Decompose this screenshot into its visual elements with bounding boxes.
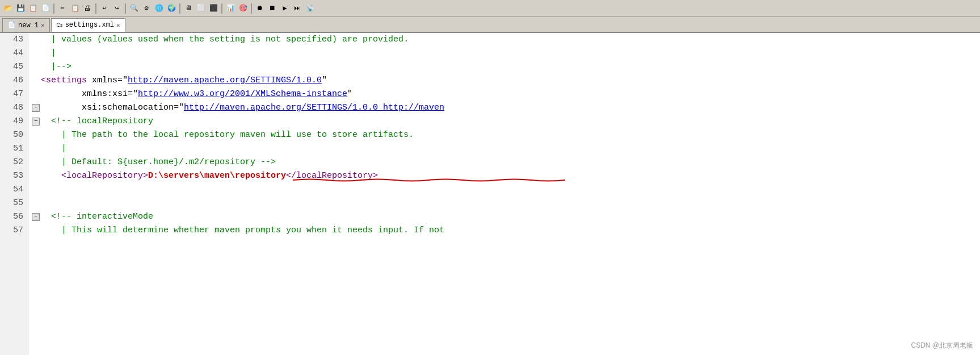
toolbar-icon-target[interactable]: 🎯 <box>237 3 249 14</box>
code-line-56: − <!-- interactiveMode <box>32 210 980 224</box>
code-line-45: |--> <box>32 60 980 74</box>
tab-close-settings[interactable]: ✕ <box>116 22 120 29</box>
tab-settings[interactable]: 🗂 settings.xml ✕ <box>51 18 125 32</box>
editor-content-wrapper[interactable]: | values (values used when the setting i… <box>28 33 980 355</box>
line-number-51: 51 <box>0 142 28 156</box>
line-number-44: 44 <box>0 47 28 60</box>
code-segment-45-0: |--> <box>41 60 71 74</box>
toolbar-icon-search[interactable]: 🔍 <box>128 3 140 14</box>
tab-label-new1: new 1 <box>18 22 39 30</box>
toolbar-icon-print[interactable]: 🖨 <box>82 3 93 14</box>
code-segment-51-0: | <box>41 142 66 156</box>
line-number-48: 48 <box>0 101 28 115</box>
code-line-46: <settings xmlns="http://maven.apache.org… <box>32 74 980 87</box>
code-segment-56-0: <!-- interactiveMode <box>41 210 153 224</box>
code-segment-46-1: xmlns=" <box>87 74 128 87</box>
line-number-46: 46 <box>0 74 28 87</box>
code-segment-43-2: the setting is not specified) are provid… <box>184 33 409 47</box>
code-segment-53-1: D:\servers\maven\repository <box>148 169 286 183</box>
line-number-56: 56 <box>0 210 28 224</box>
code-segment-52-0: | Default: ${user.home}/.m2/repository -… <box>41 156 276 169</box>
tabs-bar: 📄 new 1 ✕ 🗂 settings.xml ✕ <box>0 17 980 33</box>
code-segment-46-2: http://maven.apache.org/SETTINGS/1.0.0 <box>128 74 322 87</box>
code-line-57: | This will determine whether maven prom… <box>32 224 980 237</box>
toolbar-sep2 <box>95 3 96 14</box>
line-number-43: 43 <box>0 33 28 47</box>
toolbar-icon-next[interactable]: ⏭ <box>292 3 303 14</box>
code-segment-46-3: " <box>322 74 327 87</box>
tab-close-new1[interactable]: ✕ <box>41 22 45 29</box>
toolbar-icon-signal[interactable]: 📡 <box>304 3 316 14</box>
toolbar-icon-play[interactable]: ▶ <box>279 3 291 14</box>
code-line-55 <box>32 197 980 210</box>
line-number-53: 53 <box>0 169 28 183</box>
toolbar-icon-copy[interactable]: 📋 <box>27 3 39 14</box>
toolbar-icon-redo[interactable]: ↪ <box>111 3 123 14</box>
line-number-55: 55 <box>0 197 28 210</box>
tab-label-settings: settings.xml <box>65 21 114 29</box>
code-line-43: | values (values used when the setting i… <box>32 33 980 47</box>
code-line-48: − xsi:schemaLocation="http://maven.apach… <box>32 101 980 115</box>
code-line-51: | <box>32 142 980 156</box>
toolbar-sep6 <box>251 3 252 14</box>
toolbar-icon-stop[interactable]: ⏹ <box>267 3 278 14</box>
toolbar-icon-tools[interactable]: ⚙ <box>141 3 152 14</box>
toolbar-icon-window[interactable]: ⬜ <box>195 3 207 14</box>
line-number-52: 52 <box>0 156 28 169</box>
code-segment-48-0: xsi:schemaLocation=" <box>41 101 184 115</box>
toolbar-icon-web[interactable]: 🌐 <box>153 3 165 14</box>
code-segment-47-0: xmlns:xsi=" <box>41 87 138 101</box>
toolbar-icon-paste[interactable]: 📋 <box>69 3 81 14</box>
toolbar-icon-chart[interactable]: 📊 <box>225 3 236 14</box>
toolbar-sep5 <box>221 3 222 14</box>
line-number-50: 50 <box>0 128 28 142</box>
code-line-52: | Default: ${user.home}/.m2/repository -… <box>32 156 980 169</box>
editor: 434445464748495051525354555657 | values … <box>0 33 980 355</box>
code-segment-43-0: | values (values used <box>41 33 163 47</box>
toolbar-icon-block[interactable]: ⬛ <box>208 3 219 14</box>
toolbar-icon-new[interactable]: 📂 <box>2 3 14 14</box>
code-line-50: | The path to the local repository maven… <box>32 128 980 142</box>
line-number-57: 57 <box>0 224 28 237</box>
code-content: | values (values used when the setting i… <box>28 33 980 237</box>
fold-indicator-48[interactable]: − <box>32 104 40 112</box>
line-number-54: 54 <box>0 183 28 197</box>
toolbar: 📂 💾 📋 📄 ✂ 📋 🖨 ↩ ↪ 🔍 ⚙ 🌐 🌍 🖥 ⬜ ⬛ 📊 🎯 ⏺ ⏹ … <box>0 0 980 17</box>
code-segment-46-0: <settings <box>41 74 87 87</box>
code-segment-44-0: | <box>41 47 56 60</box>
line-number-49: 49 <box>0 115 28 128</box>
toolbar-sep1 <box>53 3 54 14</box>
toolbar-icon-save[interactable]: 💾 <box>15 3 26 14</box>
toolbar-icon-web2[interactable]: 🌍 <box>166 3 177 14</box>
code-segment-48-1: http://maven.apache.org/SETTINGS/1.0.0 h… <box>184 101 444 115</box>
toolbar-icon-undo[interactable]: ↩ <box>99 3 110 14</box>
code-line-47: xmlns:xsi="http://www.w3.org/2001/XMLSch… <box>32 87 980 101</box>
code-segment-50-0: | The path to the local repository maven… <box>41 128 414 142</box>
line-number-47: 47 <box>0 87 28 101</box>
code-segment-53-2: </localRepository> <box>286 169 378 183</box>
tab-new1[interactable]: 📄 new 1 ✕ <box>2 18 50 32</box>
line-numbers: 434445464748495051525354555657 <box>0 33 28 355</box>
code-line-53: <localRepository>D:\servers\maven\reposi… <box>32 169 980 183</box>
code-line-49: − <!-- localRepository <box>32 115 980 128</box>
code-segment-43-1: when <box>163 33 184 47</box>
toolbar-sep3 <box>125 3 126 14</box>
code-segment-47-1: http://www.w3.org/2001/XMLSchema-instanc… <box>138 87 347 101</box>
code-segment-57-0: | This will determine whether maven prom… <box>41 224 444 237</box>
tab-icon-settings: 🗂 <box>56 21 63 30</box>
code-segment-53-0: <localRepository> <box>41 169 148 183</box>
code-line-54 <box>32 183 980 197</box>
tab-icon-new1: 📄 <box>7 21 16 30</box>
toolbar-icon-screen[interactable]: 🖥 <box>183 3 194 14</box>
toolbar-icon-record[interactable]: ⏺ <box>254 3 266 14</box>
toolbar-icon-newfile[interactable]: 📄 <box>40 3 51 14</box>
fold-indicator-49[interactable]: − <box>32 118 40 126</box>
code-line-44: | <box>32 47 980 60</box>
fold-indicator-56[interactable]: − <box>32 213 40 221</box>
toolbar-icon-cut[interactable]: ✂ <box>57 3 68 14</box>
toolbar-sep4 <box>179 3 180 14</box>
line-number-45: 45 <box>0 60 28 74</box>
code-segment-47-2: " <box>347 87 352 101</box>
watermark: CSDN @北京周老板 <box>911 341 973 350</box>
code-segment-49-0: <!-- localRepository <box>41 115 153 128</box>
